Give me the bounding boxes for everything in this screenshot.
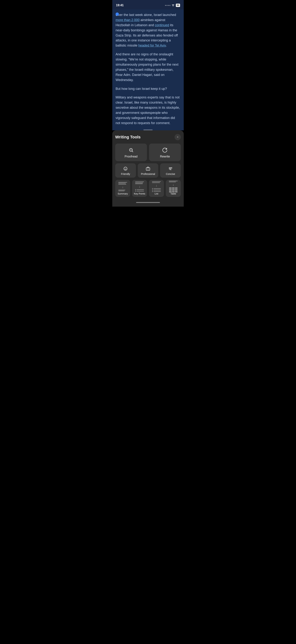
status-icons: 53 <box>165 4 180 7</box>
table-label: Table <box>170 192 176 195</box>
svg-line-1 <box>132 151 133 152</box>
article-area: Over the last week alone, Israel launche… <box>112 10 184 130</box>
signal-dot-3 <box>168 5 169 6</box>
blue-dot <box>116 12 119 16</box>
article-text: Over the last week alone, Israel launche… <box>116 12 180 126</box>
proofread-button[interactable]: Proofread <box>115 144 147 161</box>
close-button[interactable]: × <box>175 134 181 140</box>
article-paragraph-1: Over the last week alone, Israel launche… <box>116 12 180 48</box>
professional-label: Professional <box>141 172 155 176</box>
rewrite-label: Rewrite <box>160 155 170 158</box>
article-link-2[interactable]: continued <box>155 23 169 27</box>
summary-label: Summary <box>118 192 128 195</box>
key-points-label: Key Points <box>134 192 145 195</box>
signal-dot-1 <box>165 5 166 6</box>
signal-dots <box>165 5 170 6</box>
article-paragraph-2: And there are no signs of the onslaught … <box>116 52 180 82</box>
svg-point-4 <box>124 167 127 170</box>
friendly-label: Friendly <box>121 172 130 176</box>
battery-icon: 53 <box>176 4 180 7</box>
home-indicator-area <box>112 200 184 206</box>
panel-header: Writing Tools × <box>115 134 181 140</box>
table-button[interactable]: ↓ <box>166 180 181 197</box>
rewrite-icon <box>162 147 168 153</box>
professional-icon <box>146 166 150 171</box>
writing-tools-panel: Writing Tools × Proofread Rew <box>112 130 184 200</box>
panel-title: Writing Tools <box>115 135 141 140</box>
article-link-1[interactable]: more than 2,000 <box>116 18 140 22</box>
concise-button[interactable]: Concise <box>160 163 181 178</box>
summary-button[interactable]: ↓ Summary <box>115 180 130 197</box>
status-time: 19:41 <box>116 4 124 7</box>
professional-button[interactable]: Professional <box>138 163 158 178</box>
concise-icon <box>168 166 173 171</box>
key-points-tool-icon: ↓ <box>134 182 145 191</box>
scroll-handle <box>143 130 153 130</box>
friendly-icon <box>123 166 128 171</box>
signal-dot-4 <box>169 5 170 6</box>
signal-dot-2 <box>167 5 167 6</box>
article-paragraph-4: Military and weapons experts say that is… <box>116 95 180 126</box>
main-tools-row: Proofread Rewrite <box>115 144 181 161</box>
list-tool-icon: ↓ <box>151 182 162 191</box>
table-tool-icon: ↓ <box>168 182 179 191</box>
summary-tool-icon: ↓ <box>117 182 128 191</box>
proofread-icon <box>128 147 134 153</box>
content-tools-row: ↓ Summary ↓ <box>115 180 181 197</box>
proofread-label: Proofread <box>125 155 137 158</box>
status-bar: 19:41 53 <box>112 0 184 10</box>
article-paragraph-3: But how long can Israel keep it up? <box>116 86 180 92</box>
list-label: List <box>155 192 158 195</box>
tone-tools-row: Friendly Professional <box>115 163 181 178</box>
concise-label: Concise <box>166 172 175 176</box>
wifi-icon <box>171 4 175 7</box>
article-link-3[interactable]: headed for Tel Aviv <box>138 44 166 47</box>
list-button[interactable]: ↓ List <box>149 180 164 197</box>
home-bar <box>136 202 160 203</box>
rewrite-button[interactable]: Rewrite <box>149 144 181 161</box>
key-points-button[interactable]: ↓ Key Points <box>132 180 147 197</box>
friendly-button[interactable]: Friendly <box>115 163 136 178</box>
